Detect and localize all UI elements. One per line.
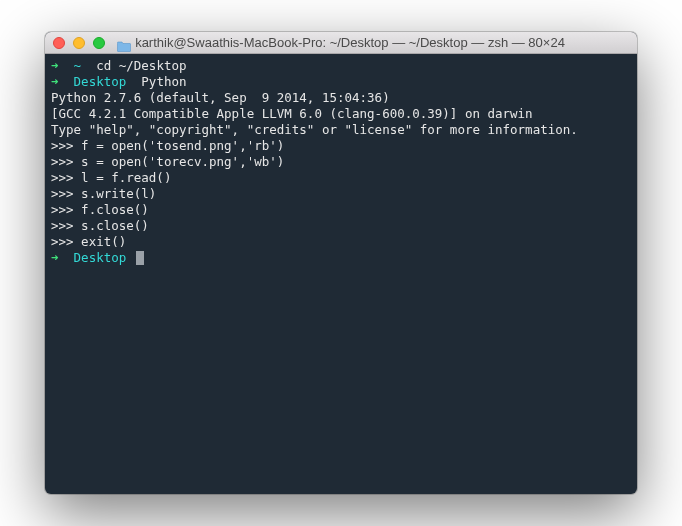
terminal-body[interactable]: ➜ ~ cd ~/Desktop➜ Desktop PythonPython 2… [45,54,637,494]
cursor-icon [136,251,144,265]
terminal-line: Type "help", "copyright", "credits" or "… [51,122,631,138]
terminal-line: ➜ ~ cd ~/Desktop [51,58,631,74]
command-text: cd ~/Desktop [96,58,186,73]
prompt-dir: Desktop [74,250,127,265]
command-text: Python [141,74,186,89]
terminal-line: >>> l = f.read() [51,170,631,186]
terminal-line: >>> f = open('tosend.png','rb') [51,138,631,154]
prompt-arrow-icon: ➜ [51,250,59,265]
window-title: karthik@Swaathis-MacBook-Pro: ~/Desktop … [135,35,565,50]
close-icon[interactable] [53,37,65,49]
zoom-icon[interactable] [93,37,105,49]
traffic-lights [53,37,105,49]
prompt-dir: Desktop [74,74,127,89]
terminal-line: >>> exit() [51,234,631,250]
title-wrap: karthik@Swaathis-MacBook-Pro: ~/Desktop … [45,35,637,50]
terminal-line: [GCC 4.2.1 Compatible Apple LLVM 6.0 (cl… [51,106,631,122]
terminal-line: ➜ Desktop Python [51,74,631,90]
titlebar[interactable]: karthik@Swaathis-MacBook-Pro: ~/Desktop … [45,32,637,54]
terminal-line: Python 2.7.6 (default, Sep 9 2014, 15:04… [51,90,631,106]
terminal-window: karthik@Swaathis-MacBook-Pro: ~/Desktop … [45,32,637,494]
prompt-dir: ~ [74,58,82,73]
terminal-line: >>> s = open('torecv.png','wb') [51,154,631,170]
terminal-line: >>> s.close() [51,218,631,234]
terminal-line: ➜ Desktop [51,250,631,266]
terminal-line: >>> f.close() [51,202,631,218]
prompt-arrow-icon: ➜ [51,58,59,73]
minimize-icon[interactable] [73,37,85,49]
folder-icon [117,37,131,48]
terminal-line: >>> s.write(l) [51,186,631,202]
prompt-arrow-icon: ➜ [51,74,59,89]
